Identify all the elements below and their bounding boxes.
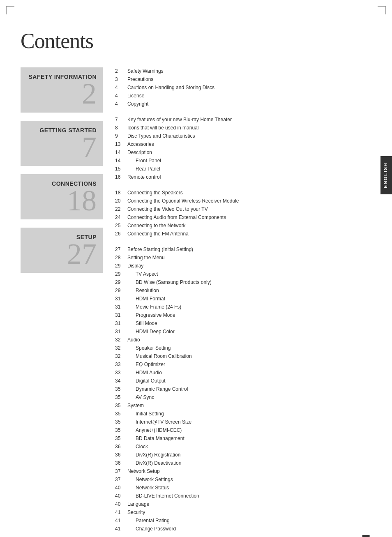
toc-entry-text: Rear Panel <box>127 165 371 173</box>
toc-entry-text: Connecting the FM Antenna <box>127 230 371 237</box>
section-box-getting_started: GETTING STARTED7 <box>21 121 103 166</box>
toc-entry-text: Musical Room Calibration <box>127 353 371 360</box>
corner-mark-tl <box>6 6 14 14</box>
toc-entry: 35AV Sync <box>115 394 371 401</box>
toc-entry: 41Parental Rating <box>115 517 371 524</box>
toc-entry-text: BD Data Management <box>127 435 371 442</box>
toc-entry-text: HDMI Format <box>127 295 371 302</box>
toc-page-number: 40 <box>115 484 127 491</box>
toc-entry-text: Description <box>127 149 371 156</box>
toc-entry-text: Remote control <box>127 173 371 181</box>
toc-page-number: 35 <box>115 418 127 426</box>
toc-entry-text: Internet@TV Screen Size <box>127 418 371 426</box>
toc-entry: 36DivX(R) Deactivation <box>115 459 371 467</box>
toc-entry-text: Speaker Setting <box>127 344 371 352</box>
toc-entry-text: Audio <box>127 336 371 343</box>
toc-entry: 26Connecting the FM Antenna <box>115 230 371 237</box>
toc-entry-text: Connecting to the Network <box>127 222 371 229</box>
toc-entry-text: DivX(R) Deactivation <box>127 459 371 467</box>
toc-entry-text: Key features of your new Blu-ray Home Th… <box>127 116 371 123</box>
toc-entry-text: System <box>127 402 371 409</box>
toc-entry: 34Digital Output <box>115 377 371 385</box>
toc-entry-text: HDMI Audio <box>127 369 371 376</box>
toc-page-number: 28 <box>115 254 127 261</box>
toc-page-number: 22 <box>115 205 127 213</box>
toc-entry-text: Progressive Mode <box>127 311 371 319</box>
toc-entry-text: Clock <box>127 443 371 450</box>
toc-entry-text: Setting the Menu <box>127 254 371 261</box>
toc-entry: 40BD-LIVE Internet Connection <box>115 492 371 500</box>
toc-entry-text: Connecting Audio from External Component… <box>127 214 371 221</box>
toc-entry: 8Icons that will be used in manual <box>115 124 371 131</box>
corner-mark-tr <box>378 6 386 14</box>
toc-entry-text: Parental Rating <box>127 517 371 524</box>
page-title: Contents <box>21 29 371 53</box>
toc-page-number: 35 <box>115 426 127 434</box>
toc-section-safety: 2Safety Warnings3Precautions4Cautions on… <box>115 67 371 108</box>
toc-entry: 37Network Setup <box>115 468 371 475</box>
section-number-connections: 18 <box>27 186 97 215</box>
main-content: Contents SAFETY INFORMATION2GETTING STAR… <box>0 16 392 537</box>
toc-page-number: 35 <box>115 385 127 393</box>
toc-page-number: 29 <box>115 287 127 294</box>
toc-page-number: 37 <box>115 468 127 475</box>
toc-section-setup: 27Before Starting (Initial Setting)28Set… <box>115 246 371 532</box>
toc-entry-text: Display <box>127 262 371 270</box>
toc-page-number: 2 <box>115 67 127 75</box>
toc-entry-text: Connecting the Optional Wireless Receive… <box>127 197 371 205</box>
toc-page-number: 20 <box>115 197 127 205</box>
toc-entry: 24Connecting Audio from External Compone… <box>115 214 371 221</box>
toc-entry: 29Resolution <box>115 287 371 294</box>
toc-entry-text: Dynamic Range Control <box>127 385 371 393</box>
toc-page-number: 7 <box>115 116 127 123</box>
toc-entry: 9Disc Types and Characteristics <box>115 132 371 140</box>
toc-entry-text: Accessories <box>127 141 371 148</box>
toc-entry-text: Digital Output <box>127 377 371 385</box>
toc-entry: 29TV Aspect <box>115 270 371 278</box>
toc-entry-text: Front Panel <box>127 157 371 164</box>
section-box-safety: SAFETY INFORMATION2 <box>21 67 103 113</box>
toc-entry: 36DivX(R) Registration <box>115 451 371 459</box>
toc-page-number: 33 <box>115 369 127 376</box>
toc-entry: 32Musical Room Calibration <box>115 353 371 360</box>
toc-entry: 31Movie Frame (24 Fs) <box>115 303 371 311</box>
toc-entry-text: Language <box>127 500 371 508</box>
toc-entry: 15Rear Panel <box>115 165 371 173</box>
toc-entry: 35Dynamic Range Control <box>115 385 371 393</box>
toc-entry: 35Anynet+(HDMI-CEC) <box>115 426 371 434</box>
toc-entry: 31HDMI Format <box>115 295 371 302</box>
toc-entry: 2Safety Warnings <box>115 67 371 75</box>
toc-entry: 20Connecting the Optional Wireless Recei… <box>115 197 371 205</box>
toc-page-number: 13 <box>115 141 127 148</box>
toc-entry-text: DivX(R) Registration <box>127 451 371 459</box>
toc-entry-text: BD Wise (Samsung Products only) <box>127 279 371 286</box>
toc-entry: 35Internet@TV Screen Size <box>115 418 371 426</box>
section-box-setup: SETUP27 <box>21 228 103 273</box>
toc-page-number: 41 <box>115 525 127 532</box>
toc-entry-text: Icons that will be used in manual <box>127 124 371 131</box>
toc-page-number: 37 <box>115 476 127 483</box>
toc-entry: 31Progressive Mode <box>115 311 371 319</box>
english-tab: ENGLISH <box>380 156 392 194</box>
toc-entry-text: Security <box>127 509 371 516</box>
toc-section-getting_started: 7Key features of your new Blu-ray Home T… <box>115 116 371 181</box>
toc-entry-text: Connecting the Video Out to your TV <box>127 205 371 213</box>
toc-page-number: 14 <box>115 157 127 164</box>
toc-page-number: 31 <box>115 303 127 311</box>
toc-entry-text: Copyright <box>127 100 371 108</box>
toc-page-number: 4 <box>115 84 127 91</box>
toc-page-number: 8 <box>115 124 127 131</box>
toc-page-number: 36 <box>115 459 127 467</box>
toc-entry: 31HDMI Deep Color <box>115 328 371 335</box>
toc-entry-text: Network Status <box>127 484 371 491</box>
toc-entry-text: Resolution <box>127 287 371 294</box>
toc-page-number: 40 <box>115 500 127 508</box>
toc-page-number: 35 <box>115 402 127 409</box>
toc-page-number: 29 <box>115 279 127 286</box>
toc-entry-text: Anynet+(HDMI-CEC) <box>127 426 371 434</box>
toc-entry: 35Initial Setting <box>115 410 371 417</box>
toc-entry: 41Security <box>115 509 371 516</box>
section-box-connections: CONNECTIONS18 <box>21 174 103 219</box>
toc-entry-text: Network Settings <box>127 476 371 483</box>
toc-page-number: 26 <box>115 230 127 237</box>
